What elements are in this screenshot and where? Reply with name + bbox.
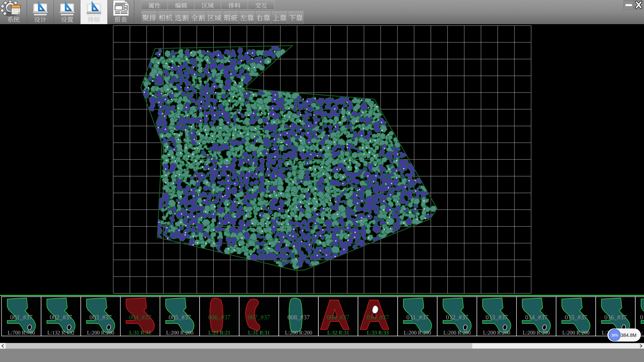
svg-text:001_#37: 001_#37 bbox=[10, 314, 33, 321]
svg-text:011_#37: 011_#37 bbox=[407, 314, 429, 321]
svg-text:L:200 R:200: L:200 R:200 bbox=[523, 330, 550, 336]
svg-text:015_#37: 015_#37 bbox=[565, 314, 587, 321]
svg-text:L:32 R:31: L:32 R:31 bbox=[327, 330, 349, 336]
svg-text:016_#37: 016_#37 bbox=[604, 314, 627, 321]
svg-text:L:200 R:200: L:200 R:200 bbox=[483, 330, 510, 336]
svg-text:L:200 R:200: L:200 R:200 bbox=[562, 330, 589, 336]
svg-text:0: 0 bbox=[640, 314, 643, 321]
svg-text:007_#37: 007_#37 bbox=[248, 314, 270, 321]
svg-text:L:33 R:33: L:33 R:33 bbox=[367, 330, 389, 336]
svg-text:L:132 R:132: L:132 R:132 bbox=[47, 330, 74, 336]
svg-text:L:200 R:200: L:200 R:200 bbox=[404, 330, 431, 336]
svg-text:L:21 R:21: L:21 R:21 bbox=[208, 330, 230, 336]
svg-text:003_#37: 003_#37 bbox=[90, 314, 112, 321]
svg-text:384.8M: 384.8M bbox=[621, 333, 637, 338]
svg-text:L:31 R:31: L:31 R:31 bbox=[129, 330, 151, 336]
svg-text:008_#37: 008_#37 bbox=[287, 314, 310, 321]
svg-text:014_#37: 014_#37 bbox=[525, 314, 548, 321]
svg-text:L:200 R:200: L:200 R:200 bbox=[166, 330, 193, 336]
svg-text:010_#37: 010_#37 bbox=[367, 314, 389, 321]
svg-text:013_#37: 013_#37 bbox=[485, 314, 508, 321]
svg-text:009_#37: 009_#37 bbox=[327, 314, 350, 321]
svg-text:L:200 R:200: L:200 R:200 bbox=[87, 330, 114, 336]
svg-text:L:700 R:700: L:700 R:700 bbox=[8, 330, 35, 336]
svg-text:012_#37: 012_#37 bbox=[446, 314, 468, 321]
svg-text:L:200 R:200: L:200 R:200 bbox=[285, 330, 312, 336]
svg-text:L:31 R:31: L:31 R:31 bbox=[248, 330, 270, 336]
svg-text:004_#37: 004_#37 bbox=[129, 314, 152, 321]
svg-text:005_#37: 005_#37 bbox=[169, 314, 191, 321]
svg-text:002_#37: 002_#37 bbox=[50, 314, 72, 321]
svg-text:L:200 R:200: L:200 R:200 bbox=[443, 330, 471, 336]
svg-text:38%: 38% bbox=[611, 334, 618, 337]
svg-text:006_#37: 006_#37 bbox=[208, 314, 231, 321]
